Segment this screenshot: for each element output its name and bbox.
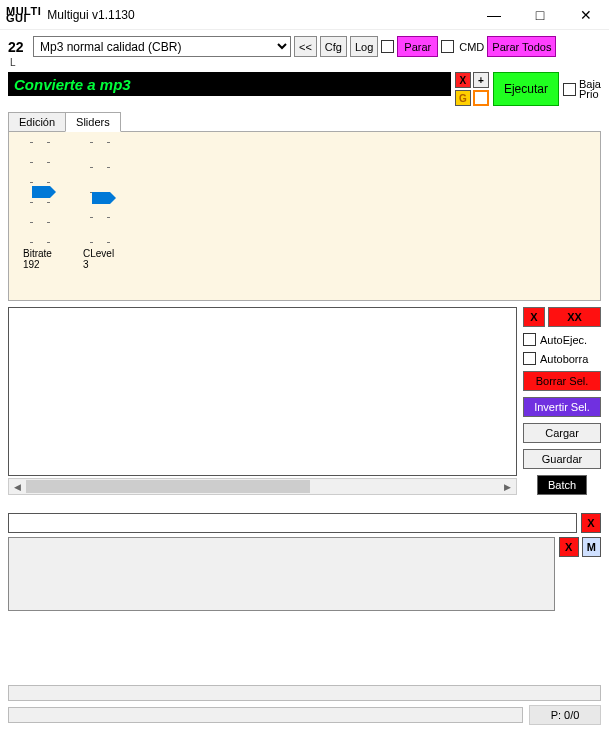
cmd-checkbox[interactable] [441,40,454,53]
mini-buttons: X + G [455,72,489,106]
toolbar: 22 Mp3 normal calidad (CBR) << Cfg Log P… [8,36,601,57]
minimize-button[interactable]: — [471,0,517,30]
autoborra-checkbox[interactable] [523,352,536,365]
scroll-thumb[interactable] [26,480,310,493]
tabs: Edición Sliders [8,112,601,301]
cargar-button[interactable]: Cargar [523,423,601,443]
scroll-left-icon[interactable]: ◀ [9,479,26,494]
output-textarea[interactable] [8,537,555,611]
bitrate-value: 192 [23,259,40,270]
bitrate-label: Bitrate [23,248,52,259]
titlebar: MULTI GUI Multigui v1.1130 — □ ✕ [0,0,609,30]
cmd-label: CMD [459,41,484,53]
app-logo: MULTI GUI [6,8,41,22]
progress-bar-2 [8,707,523,723]
progress-count: P: 0/0 [529,705,601,725]
h-scrollbar[interactable]: ◀ ▶ [8,478,517,495]
bitrate-slider[interactable]: Bitrate 192 [23,142,57,270]
autoborra-label: Autoborra [540,353,588,365]
log-checkbox[interactable] [381,40,394,53]
tab-sliders[interactable]: Sliders [65,112,121,132]
side-xx-button[interactable]: XX [548,307,601,327]
bottom-bars: P: 0/0 [8,685,601,725]
clevel-thumb[interactable] [92,192,110,204]
mini-x-button[interactable]: X [455,72,471,88]
tab-edicion[interactable]: Edición [8,112,66,131]
file-list[interactable] [8,307,517,476]
input-row-1: X [8,513,601,533]
preset-count: 22 [8,39,28,55]
status-banner: Convierte a mp3 [8,72,451,96]
baja-prio: Baja Prio [563,72,601,106]
output-row: X M [8,537,601,611]
count-sub: L [10,57,601,68]
borrar-sel-button[interactable]: Borrar Sel. [523,371,601,391]
path-input[interactable] [8,513,577,533]
output-m-button[interactable]: M [582,537,602,557]
scroll-right-icon[interactable]: ▶ [499,479,516,494]
sliders-pane: Bitrate 192 CLevel [8,131,601,301]
side-x-button[interactable]: X [523,307,545,327]
output-x-button[interactable]: X [559,537,579,557]
clevel-label: CLevel [83,248,114,259]
input-x-button[interactable]: X [581,513,601,533]
parar-todos-button[interactable]: Parar Todos [487,36,556,57]
maximize-button[interactable]: □ [517,0,563,30]
ejecutar-button[interactable]: Ejecutar [493,72,559,106]
cfg-button[interactable]: Cfg [320,36,347,57]
clevel-slider[interactable]: CLevel 3 [83,142,117,270]
preset-select[interactable]: Mp3 normal calidad (CBR) [33,36,291,57]
clevel-value: 3 [83,259,89,270]
mini-square-button[interactable] [473,90,489,106]
baja-label-2: Prio [579,89,601,99]
invertir-sel-button[interactable]: Invertir Sel. [523,397,601,417]
mini-g-button[interactable]: G [455,90,471,106]
log-button[interactable]: Log [350,36,378,57]
bitrate-thumb[interactable] [32,186,50,198]
main-area: ◀ ▶ X XX AutoEjec. Autoborra Borrar Sel.… [8,307,601,495]
window-title: Multigui v1.1130 [47,8,134,22]
batch-button[interactable]: Batch [537,475,587,495]
banner-row: Convierte a mp3 X + G Ejecutar Baja Prio [8,72,601,106]
progress-bar-1 [8,685,601,701]
side-panel: X XX AutoEjec. Autoborra Borrar Sel. Inv… [523,307,601,495]
mini-plus-button[interactable]: + [473,72,489,88]
baja-prio-checkbox[interactable] [563,83,576,96]
close-button[interactable]: ✕ [563,0,609,30]
parar-button[interactable]: Parar [397,36,438,57]
guardar-button[interactable]: Guardar [523,449,601,469]
back-button[interactable]: << [294,36,317,57]
autoejec-checkbox[interactable] [523,333,536,346]
autoejec-label: AutoEjec. [540,334,587,346]
